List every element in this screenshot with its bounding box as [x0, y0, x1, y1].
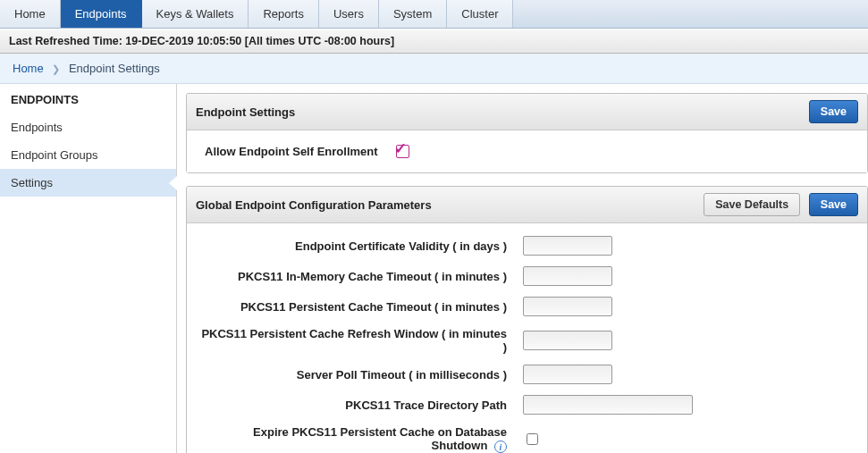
refresh-window-field[interactable]	[523, 331, 612, 350]
allow-self-enroll-checkbox[interactable]	[396, 145, 409, 158]
trace-path-label: PKCS11 Trace Directory Path	[201, 398, 523, 412]
panel-title: Endpoint Settings	[196, 105, 295, 119]
expire-on-shutdown-checkbox[interactable]	[527, 433, 538, 445]
persist-timeout-field[interactable]	[523, 297, 612, 316]
cert-validity-field[interactable]	[523, 236, 612, 256]
allow-self-enroll-label: Allow Endpoint Self Enrollment	[205, 145, 378, 158]
cert-validity-label: Endpoint Certificate Validity ( in days …	[201, 239, 523, 253]
top-nav: Home Endpoints Keys & Wallets Reports Us…	[0, 0, 868, 29]
panel-global-params: Global Endpoint Configuration Parameters…	[186, 186, 868, 453]
tab-endpoints[interactable]: Endpoints	[61, 0, 142, 28]
refresh-window-label: PKCS11 Persistent Cache Refresh Window (…	[201, 327, 523, 354]
chevron-right-icon: ❯	[52, 63, 60, 74]
save-button[interactable]: Save	[809, 193, 858, 216]
tab-home[interactable]: Home	[0, 0, 61, 28]
sidebar-item-endpoint-groups[interactable]: Endpoint Groups	[0, 141, 176, 169]
sidebar: ENDPOINTS Endpoints Endpoint Groups Sett…	[0, 84, 177, 453]
panel-endpoint-settings: Endpoint Settings Save Allow Endpoint Se…	[186, 93, 868, 173]
inmem-timeout-label: PKCS11 In-Memory Cache Timeout ( in minu…	[201, 270, 523, 283]
breadcrumb: Home ❯ Endpoint Settings	[0, 54, 868, 84]
tab-system[interactable]: System	[379, 0, 447, 28]
sidebar-item-endpoints[interactable]: Endpoints	[0, 113, 176, 141]
tab-users[interactable]: Users	[319, 0, 379, 28]
tab-reports[interactable]: Reports	[249, 0, 319, 28]
sidebar-item-settings[interactable]: Settings	[0, 169, 176, 197]
inmem-timeout-field[interactable]	[523, 266, 612, 286]
main-content: Endpoint Settings Save Allow Endpoint Se…	[177, 84, 868, 453]
sidebar-heading: ENDPOINTS	[0, 84, 176, 113]
breadcrumb-current: Endpoint Settings	[69, 62, 160, 75]
panel-title: Global Endpoint Configuration Parameters	[196, 198, 432, 212]
trace-path-field[interactable]	[523, 395, 693, 415]
poll-timeout-label: Server Poll Timeout ( in milliseconds )	[201, 368, 523, 382]
save-button[interactable]: Save	[809, 100, 858, 123]
tab-keys-wallets[interactable]: Keys & Wallets	[142, 0, 249, 28]
poll-timeout-field[interactable]	[523, 365, 612, 384]
last-refreshed-banner: Last Refreshed Time: 19-DEC-2019 10:05:5…	[0, 29, 868, 54]
save-defaults-button[interactable]: Save Defaults	[704, 193, 800, 216]
persist-timeout-label: PKCS11 Persistent Cache Timeout ( in min…	[201, 300, 523, 314]
info-icon[interactable]: i	[494, 440, 507, 453]
breadcrumb-home-link[interactable]: Home	[13, 62, 44, 75]
tab-cluster[interactable]: Cluster	[447, 0, 513, 28]
expire-on-shutdown-label: Expire PKCS11 Persistent Cache on Databa…	[201, 425, 523, 453]
